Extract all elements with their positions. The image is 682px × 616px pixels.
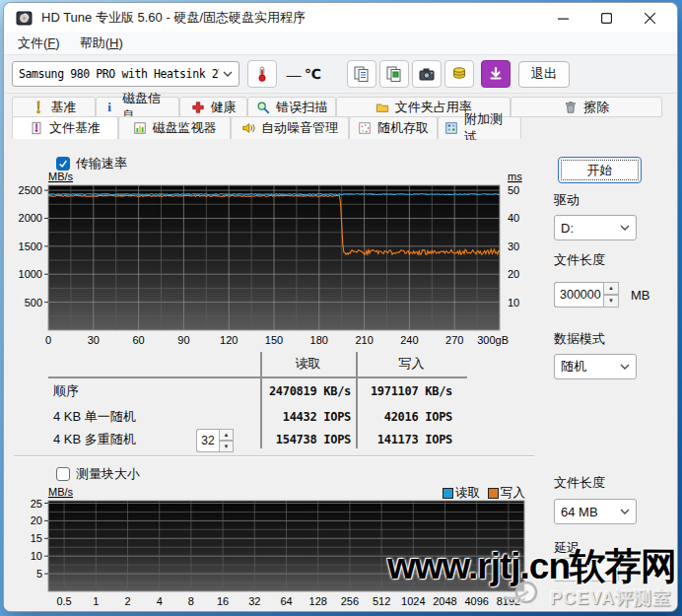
chevron-down-icon [620, 225, 630, 232]
table-header-line [48, 376, 467, 378]
tab-erase[interactable]: 擦除 [511, 97, 662, 117]
write-column-header: 写入 [356, 355, 467, 373]
tab-disk-monitor[interactable]: 磁盘监视器 [118, 116, 231, 139]
tab-strip: 基准 i 磁盘信息 健康 错误扫描 文件夹占用率 擦除 [4, 94, 677, 140]
svg-text:1000: 1000 [19, 268, 42, 280]
svg-text:50: 50 [508, 184, 519, 196]
device-select[interactable]: Samsung 980 PRO with Heatsink 2T4] [12, 61, 239, 87]
menu-help[interactable]: 帮助(H) [70, 33, 133, 54]
table-row: 4 KB 多重随机 32 ▲ ▼ 154738 IOPS 141173 IOPS [48, 430, 467, 449]
svg-text:512: 512 [373, 595, 390, 607]
svg-text:8: 8 [188, 595, 194, 607]
temperature-unit: ℃ [305, 66, 321, 82]
app-window: HD Tune 专业版 5.60 - 硬盘/固态硬盘实用程序 文件(F) 帮助(… [3, 2, 678, 612]
svg-text:10: 10 [31, 550, 42, 562]
benchmark-icon [32, 101, 45, 114]
close-button[interactable] [628, 3, 671, 33]
svg-text:64: 64 [280, 595, 292, 607]
gold-disks-icon [450, 65, 468, 83]
file-length-label: 文件长度 [554, 251, 605, 269]
exit-button[interactable]: 退出 [518, 61, 570, 88]
svg-text:MB/s: MB/s [48, 486, 74, 498]
menu-bar: 文件(F) 帮助(H) [4, 33, 677, 55]
svg-text:4: 4 [157, 595, 163, 607]
table-row: 4 KB 单一随机 14432 IOPS 42016 IOPS [48, 407, 467, 427]
stepper-up-button[interactable]: ▲ [603, 282, 619, 295]
file-benchmark-panel: 传输速率 0306090120150180210240270300gB50010… [4, 140, 677, 612]
svg-text:150: 150 [265, 334, 283, 346]
svg-text:90: 90 [177, 334, 189, 346]
svg-text:30: 30 [88, 334, 100, 346]
tab-aam[interactable]: 自动噪音管理 [231, 116, 349, 139]
info-icon: i [102, 101, 116, 114]
svg-text:15: 15 [31, 532, 42, 544]
svg-text:4096: 4096 [464, 595, 488, 607]
extra-tests-icon [444, 121, 458, 135]
export-button[interactable] [444, 60, 474, 88]
tab-error-scan[interactable]: 错误扫描 [247, 97, 336, 117]
menu-file[interactable]: 文件(F) [8, 33, 70, 54]
svg-text:2048: 2048 [433, 595, 456, 607]
minimize-button[interactable] [541, 3, 584, 33]
maximize-button[interactable] [584, 3, 628, 33]
file-benchmark-icon [30, 121, 43, 135]
svg-text:MB/s: MB/s [48, 171, 74, 182]
tab-benchmark[interactable]: 基准 [12, 97, 96, 117]
title-bar: HD Tune 专业版 5.60 - 硬盘/固态硬盘实用程序 [4, 3, 677, 33]
svg-text:2500: 2500 [19, 184, 42, 196]
svg-text:300gB: 300gB [477, 334, 509, 346]
app-icon [16, 10, 33, 27]
temperature-button[interactable] [247, 60, 277, 88]
table-row: 顺序 2470819 KB/s 1971107 KB/s [48, 381, 467, 401]
stepper-down-button[interactable]: ▼ [603, 295, 619, 308]
svg-text:500: 500 [25, 297, 42, 308]
svg-text:270: 270 [445, 334, 463, 346]
svg-text:2: 2 [124, 595, 130, 607]
tab-file-benchmark[interactable]: 文件基准 [12, 116, 118, 139]
folder-icon [375, 101, 389, 114]
minimize-icon [558, 13, 569, 24]
tab-random-access[interactable]: 随机存取 [349, 116, 438, 139]
data-mode-select[interactable]: 随机 [554, 354, 637, 379]
start-button[interactable]: 开始 [558, 157, 642, 183]
copy-image-button[interactable] [379, 60, 409, 88]
drive-select[interactable]: D: [554, 215, 637, 240]
transfer-rate-chart: 0306090120150180210240270300gB5001000150… [12, 168, 544, 357]
svg-text:30: 30 [508, 240, 519, 252]
file-length2-label: 文件长度 [554, 474, 605, 492]
read-column-header: 读取 [260, 355, 356, 373]
svg-text:25: 25 [31, 498, 42, 510]
magnifier-icon [256, 101, 270, 114]
tab-disk-info[interactable]: i 磁盘信息 [96, 97, 179, 117]
pceva-logo-icon [502, 578, 541, 609]
watermark-studio: PCEVA评测室 [550, 586, 671, 610]
svg-text:240: 240 [400, 334, 418, 346]
window-title: HD Tune 专业版 5.60 - 硬盘/固态硬盘实用程序 [41, 9, 306, 27]
tab-health[interactable]: 健康 [179, 97, 247, 117]
toolbar: Samsung 980 PRO with Heatsink 2T4] — ℃ [4, 55, 677, 94]
file-length-stepper[interactable]: 300000 ▲ ▼ MB [554, 282, 650, 308]
tab-extra-tests[interactable]: 附加测试 [438, 116, 521, 139]
svg-text:5: 5 [36, 568, 42, 580]
svg-text:i: i [107, 101, 111, 114]
svg-text:1500: 1500 [19, 240, 42, 252]
svg-text:32: 32 [248, 595, 260, 607]
svg-text:16: 16 [217, 595, 229, 607]
camera-icon [418, 65, 436, 83]
thermometer-icon [253, 65, 271, 83]
svg-text:ms: ms [508, 171, 522, 182]
svg-text:2000: 2000 [19, 212, 42, 224]
maximize-icon [601, 13, 612, 24]
copy-text-button[interactable] [347, 60, 376, 88]
download-arrow-icon [487, 65, 505, 83]
svg-text:20: 20 [508, 268, 519, 280]
save-results-button[interactable] [481, 60, 511, 88]
svg-text:1: 1 [93, 595, 99, 607]
block-size-checkbox[interactable] [56, 467, 70, 481]
screenshot-button[interactable] [412, 60, 442, 88]
svg-text:0.5: 0.5 [56, 595, 71, 607]
chevron-down-icon [620, 364, 630, 371]
file-length2-select[interactable]: 64 MB [554, 499, 637, 524]
svg-text:0: 0 [45, 334, 51, 346]
close-icon [645, 13, 655, 24]
